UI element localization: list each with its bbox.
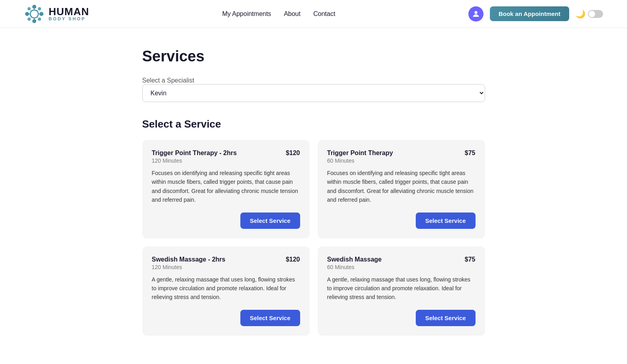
service-name: Swedish Massage - 2hrs (152, 256, 226, 263)
moon-icon: 🌙 (576, 9, 586, 19)
svg-line-13 (31, 10, 31, 11)
service-description: A gentle, relaxing massage that uses lon… (327, 275, 476, 302)
service-duration: 120 Minutes (152, 264, 226, 270)
nav-my-appointments[interactable]: My Appointments (222, 10, 271, 18)
main-nav: My Appointments About Contact (222, 10, 335, 18)
svg-point-5 (28, 7, 31, 10)
logo: HUMAN BODY SHOP (24, 4, 89, 24)
book-appointment-button[interactable]: Book an Appointment (490, 6, 569, 21)
dark-mode-toggle[interactable]: 🌙 (576, 9, 603, 19)
card-footer: Select Service (152, 212, 300, 229)
nav-actions: Book an Appointment 🌙 (468, 6, 603, 22)
service-card-swedish-massage-2hr: Swedish Massage - 2hrs 120 Minutes $120 … (142, 246, 310, 336)
toggle-track[interactable] (588, 10, 603, 18)
service-description: Focuses on identifying and releasing spe… (327, 169, 476, 205)
service-price: $75 (465, 150, 476, 157)
card-header: Trigger Point Therapy 60 Minutes $75 (327, 150, 476, 164)
svg-point-8 (38, 18, 41, 21)
card-footer: Select Service (327, 212, 476, 229)
services-grid: Trigger Point Therapy - 2hrs 120 Minutes… (142, 140, 485, 336)
service-name: Trigger Point Therapy - 2hrs (152, 150, 237, 157)
specialist-select[interactable]: Kevin Sarah John (142, 84, 485, 102)
svg-point-1 (32, 5, 36, 9)
page-title: Services (142, 48, 485, 65)
svg-point-4 (39, 12, 43, 16)
service-duration: 120 Minutes (152, 157, 237, 164)
nav-contact[interactable]: Contact (313, 10, 335, 18)
service-description: Focuses on identifying and releasing spe… (152, 169, 300, 205)
nav-about[interactable]: About (284, 10, 301, 18)
specialist-label: Select a Specialist (142, 77, 195, 84)
service-duration: 60 Minutes (327, 264, 382, 270)
select-service-button[interactable]: Select Service (240, 212, 300, 229)
service-price: $120 (286, 256, 300, 263)
select-service-button[interactable]: Select Service (416, 212, 476, 229)
service-card-trigger-point-1hr: Trigger Point Therapy 60 Minutes $75 Foc… (318, 140, 485, 238)
card-header: Swedish Massage - 2hrs 120 Minutes $120 (152, 256, 300, 270)
logo-brand: HUMAN (49, 6, 89, 17)
card-footer: Select Service (327, 310, 476, 326)
card-header: Trigger Point Therapy - 2hrs 120 Minutes… (152, 150, 300, 164)
svg-point-3 (25, 12, 29, 16)
service-section-title: Select a Service (142, 118, 485, 130)
svg-line-15 (31, 17, 31, 18)
logo-icon (24, 4, 45, 24)
service-description: A gentle, relaxing massage that uses lon… (152, 275, 300, 302)
logo-sub: BODY SHOP (49, 17, 89, 21)
service-name: Trigger Point Therapy (327, 150, 393, 157)
select-service-button[interactable]: Select Service (416, 310, 476, 326)
svg-point-6 (38, 7, 41, 10)
svg-line-16 (37, 17, 38, 18)
service-card-swedish-massage-1hr: Swedish Massage 60 Minutes $75 A gentle,… (318, 246, 485, 336)
main-content: Services Select a Specialist Kevin Sarah… (134, 28, 493, 364)
service-price: $75 (465, 256, 476, 263)
card-header: Swedish Massage 60 Minutes $75 (327, 256, 476, 270)
svg-line-14 (37, 10, 38, 11)
toggle-thumb (589, 11, 595, 17)
avatar[interactable] (468, 6, 484, 22)
svg-point-7 (28, 18, 31, 21)
service-price: $120 (286, 150, 300, 157)
service-card-trigger-point-2hr: Trigger Point Therapy - 2hrs 120 Minutes… (142, 140, 310, 238)
svg-point-17 (474, 11, 477, 14)
card-footer: Select Service (152, 310, 300, 326)
service-name: Swedish Massage (327, 256, 382, 263)
header: HUMAN BODY SHOP My Appointments About Co… (0, 0, 627, 28)
svg-point-2 (32, 19, 36, 23)
select-service-button[interactable]: Select Service (240, 310, 300, 326)
service-duration: 60 Minutes (327, 157, 393, 164)
